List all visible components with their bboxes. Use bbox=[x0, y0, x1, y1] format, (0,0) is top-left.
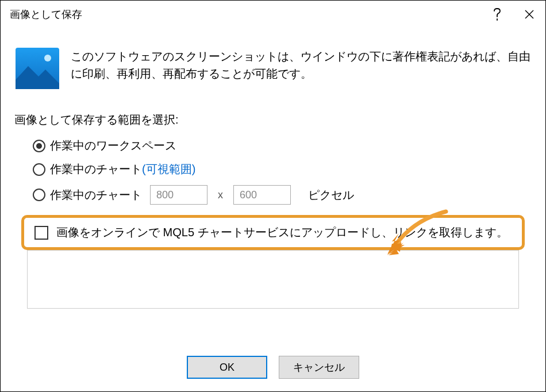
radio-chart-custom-label: 作業中のチャート bbox=[50, 187, 142, 203]
radio-workspace-label: 作業中のワークスペース bbox=[50, 138, 176, 153]
upload-highlight: 画像をオンラインで MQL5 チャートサービスにアップロードし、リンクを取得しま… bbox=[21, 215, 525, 250]
radio-row-chart-visible: 作業中のチャート(可視範囲) bbox=[33, 162, 532, 177]
close-icon bbox=[524, 9, 535, 20]
close-button[interactable] bbox=[513, 1, 545, 28]
radio-chart-visible-label: 作業中のチャート(可視範囲) bbox=[50, 162, 195, 177]
radio-chart-visible-paren: (可視範囲) bbox=[142, 163, 195, 175]
button-row: OK キャンセル bbox=[1, 345, 545, 391]
section-label: 画像として保存する範囲を選択: bbox=[14, 112, 532, 128]
image-icon bbox=[14, 45, 60, 91]
ok-button[interactable]: OK bbox=[187, 356, 267, 379]
radio-workspace[interactable] bbox=[33, 140, 45, 152]
help-button[interactable] bbox=[481, 1, 513, 28]
upload-label: 画像をオンラインで MQL5 チャートサービスにアップロードし、リンクを取得しま… bbox=[56, 225, 508, 240]
help-icon bbox=[493, 7, 502, 21]
width-input[interactable] bbox=[150, 185, 207, 205]
height-input[interactable] bbox=[233, 185, 291, 205]
radio-group: 作業中のワークスペース 作業中のチャート(可視範囲) 作業中のチャート x ピク… bbox=[14, 138, 532, 205]
radio-row-workspace: 作業中のワークスペース bbox=[33, 138, 532, 153]
pixel-label: ピクセル bbox=[308, 187, 354, 203]
dialog-title: 画像として保存 bbox=[10, 7, 481, 21]
radio-row-chart-custom: 作業中のチャート x ピクセル bbox=[33, 185, 532, 205]
info-row: このソフトウェアのスクリーンショットは、ウインドウの下に著作権表記があれば、自由… bbox=[14, 45, 532, 91]
titlebar: 画像として保存 bbox=[1, 1, 545, 28]
link-output-area bbox=[27, 250, 519, 309]
dialog-window: 画像として保存 bbox=[0, 0, 546, 392]
info-text: このソフトウェアのスクリーンショットは、ウインドウの下に著作権表記があれば、自由… bbox=[71, 45, 532, 82]
upload-checkbox[interactable] bbox=[34, 226, 48, 240]
x-separator: x bbox=[218, 189, 223, 201]
svg-point-3 bbox=[44, 55, 51, 62]
dialog-content: このソフトウェアのスクリーンショットは、ウインドウの下に著作権表記があれば、自由… bbox=[1, 28, 545, 345]
cancel-button[interactable]: キャンセル bbox=[279, 356, 359, 379]
radio-chart-visible-prefix: 作業中のチャート bbox=[50, 163, 142, 175]
radio-chart-visible[interactable] bbox=[33, 163, 45, 176]
radio-chart-custom[interactable] bbox=[33, 189, 45, 201]
